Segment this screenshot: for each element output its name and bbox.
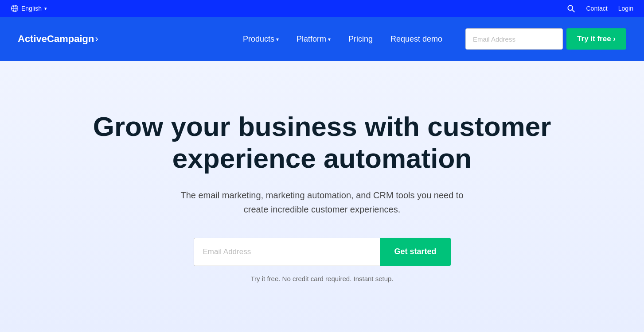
hero-form: Get started: [194, 238, 451, 266]
contact-link[interactable]: Contact: [586, 5, 607, 12]
nav-platform[interactable]: Platform ▾: [288, 31, 340, 47]
language-label: English: [21, 5, 42, 12]
svg-line-6: [572, 10, 574, 12]
pricing-label: Pricing: [348, 35, 373, 44]
search-button[interactable]: [566, 4, 575, 13]
nav-pricing[interactable]: Pricing: [340, 31, 382, 47]
hero-title: Grow your business with customer experie…: [93, 111, 551, 174]
language-chevron-icon: ▾: [44, 6, 47, 12]
platform-chevron-icon: ▾: [328, 36, 331, 42]
nav-request-demo[interactable]: Request demo: [382, 31, 451, 47]
nav-products[interactable]: Products ▾: [234, 31, 288, 47]
try-free-button[interactable]: Try it free ›: [566, 28, 626, 50]
top-bar: English ▾ Contact Login: [0, 0, 644, 17]
logo[interactable]: ActiveCampaign ›: [18, 33, 98, 45]
nav-links: Products ▾ Platform ▾ Pricing Request de…: [234, 31, 451, 47]
login-link[interactable]: Login: [618, 5, 633, 12]
logo-arrow-icon: ›: [95, 33, 98, 45]
logo-text: ActiveCampaign: [18, 33, 94, 45]
search-icon: [566, 4, 575, 13]
hero-note: Try it free. No credit card required. In…: [250, 275, 393, 282]
globe-icon: [11, 4, 19, 12]
nav-email-input[interactable]: [465, 28, 563, 50]
get-started-label: Get started: [394, 247, 436, 256]
language-selector[interactable]: English ▾: [11, 4, 47, 12]
hero-email-input[interactable]: [194, 238, 380, 266]
hero-section: Grow your business with customer experie…: [0, 61, 644, 332]
hero-title-line2: experience automation: [172, 143, 472, 174]
products-chevron-icon: ▾: [276, 36, 279, 42]
try-free-label: Try it free ›: [577, 35, 616, 43]
hero-title-line1: Grow your business with customer: [93, 111, 551, 142]
products-label: Products: [243, 35, 274, 44]
hero-subtitle: The email marketing, marketing automatio…: [172, 188, 473, 216]
svg-point-5: [568, 5, 573, 10]
top-bar-right: Contact Login: [566, 4, 633, 13]
main-nav: ActiveCampaign › Products ▾ Platform ▾ P…: [0, 17, 644, 61]
platform-label: Platform: [297, 35, 326, 44]
request-demo-label: Request demo: [390, 35, 442, 44]
get-started-button[interactable]: Get started: [380, 238, 450, 266]
